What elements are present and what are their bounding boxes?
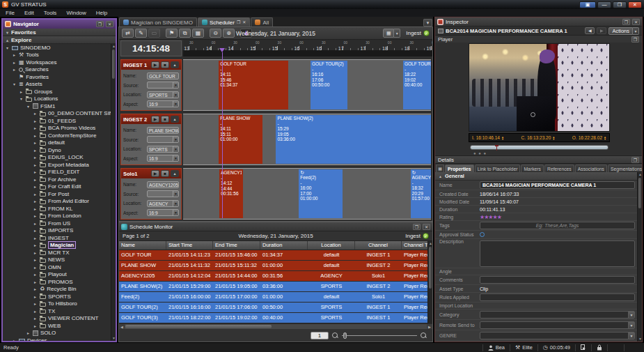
tree-item-assets[interactable]: ▾≣Assets bbox=[3, 81, 116, 89]
scroll-up-icon[interactable]: ▲ bbox=[638, 172, 642, 177]
tree-item-mcr-tx[interactable]: ▸MCR TX bbox=[3, 249, 116, 257]
expand-arrow-icon[interactable]: ▸ bbox=[33, 162, 38, 167]
navigator-section-explore[interactable]: ▴ Explore bbox=[3, 36, 116, 44]
tree-item-to-hillsboro[interactable]: ▸To Hillsboro bbox=[3, 300, 116, 308]
restore-button[interactable]: ❐ bbox=[613, 1, 627, 8]
navigator-section-favorites[interactable]: ▾ Favorites bbox=[3, 29, 116, 36]
tags-input[interactable]: Eg: These,Are,Tags bbox=[480, 222, 635, 229]
name-input[interactable]: PLANE SHOW bbox=[147, 127, 179, 134]
expand-arrow-icon[interactable]: ▸ bbox=[33, 199, 38, 204]
expand-arrow-icon[interactable]: ▸ bbox=[33, 206, 38, 211]
details-scrollbar[interactable]: ▲ ▼ bbox=[637, 172, 642, 342]
location-select[interactable]: SPORTS▼ bbox=[147, 146, 179, 153]
expand-arrow-icon[interactable]: ▾ bbox=[19, 96, 24, 101]
tree-item-locations[interactable]: ▾Locations bbox=[3, 95, 116, 103]
tree-item-singdemo[interactable]: ▾SINGDEMO bbox=[3, 44, 116, 52]
expand-arrow-icon[interactable]: ▸ bbox=[33, 272, 38, 277]
tree-item-00-demo-content-singapore[interactable]: ▸00_DEMO CONTENT SINGAPORE bbox=[3, 110, 116, 118]
name-input[interactable]: BCA2014 MAGICIAN PERFORMANCE CAMERA 1 bbox=[480, 181, 635, 189]
tree-item-viewer-content[interactable]: ▸VIEWER CONTENT bbox=[3, 315, 116, 323]
scroll-down-icon[interactable]: ▼ bbox=[111, 336, 116, 341]
table-row-golf-tour-3[interactable]: GOLF TOUR(3)21/01/15 18:22:0021/01/15 19… bbox=[119, 313, 432, 323]
stop-icon[interactable]: ■ bbox=[161, 61, 169, 68]
table-row-plane-show[interactable]: PLANE SHOW21/01/15 14:11:3221/01/15 15:1… bbox=[119, 261, 432, 271]
inspector-close-icon[interactable]: ✕ bbox=[632, 19, 640, 25]
expand-arrow-icon[interactable]: ▸ bbox=[33, 243, 38, 247]
status-lock[interactable] bbox=[591, 344, 607, 351]
tab-all[interactable]: All bbox=[251, 17, 273, 26]
tree-item-export-metadata[interactable]: ▸Export Metadata bbox=[3, 161, 116, 169]
slider-handle[interactable] bbox=[343, 332, 347, 339]
details-grid-icon[interactable]: ▦ bbox=[436, 164, 444, 172]
expand-arrow-icon[interactable]: ▸ bbox=[33, 250, 38, 255]
expand-arrow-icon[interactable]: ▸ bbox=[33, 133, 38, 138]
tree-item-groups[interactable]: ▸Groups bbox=[3, 88, 116, 95]
delete-event-icon[interactable]: ▭ bbox=[148, 29, 160, 38]
expand-arrow-icon[interactable]: ▸ bbox=[33, 177, 38, 182]
view-mode-button[interactable]: ▦ ▼ bbox=[383, 29, 400, 38]
table-horizontal-scrollbar[interactable]: ◀ ▶ bbox=[119, 323, 432, 329]
source-select[interactable]: ▼ bbox=[147, 82, 179, 89]
zoom-in-icon[interactable]: ⊕ bbox=[223, 29, 235, 38]
player-resize-grip[interactable]: ● ● ● bbox=[473, 151, 487, 155]
navigator-close-icon[interactable]: ✕ bbox=[106, 21, 113, 27]
expand-arrow-icon[interactable]: ▸ bbox=[33, 184, 38, 189]
column-header-start-time[interactable]: Start Time bbox=[166, 241, 213, 250]
tree-item-for-craft-edit[interactable]: ▸For Craft Edit bbox=[3, 183, 116, 191]
tree-item-from-london[interactable]: ▸From London bbox=[3, 213, 116, 220]
menu-help[interactable]: Help bbox=[96, 10, 107, 16]
location-select[interactable]: SPORTS▼ bbox=[147, 91, 179, 98]
comments-input[interactable] bbox=[480, 276, 635, 284]
location-select[interactable]: AGENCY▼ bbox=[147, 200, 179, 207]
expand-arrow-icon[interactable]: ▸ bbox=[33, 265, 38, 270]
schedule-block-golf-tour-3[interactable]: GOLF TOUR(3)-18:2219:0200:40:00 bbox=[403, 61, 431, 109]
details-tab-segmentations[interactable]: Segmentations bbox=[608, 164, 642, 172]
tree-item-from-kl[interactable]: ▸FROM KL bbox=[3, 205, 116, 213]
close-button[interactable]: ✕ bbox=[628, 1, 642, 8]
expand-arrow-icon[interactable]: ▾ bbox=[5, 45, 10, 50]
expand-arrow-icon[interactable]: ▸ bbox=[33, 148, 38, 153]
tree-item-news[interactable]: ▸NEWS bbox=[3, 257, 116, 264]
previous-asset-button[interactable]: ◀ bbox=[585, 27, 595, 34]
table-row-plane-show-2[interactable]: PLANE SHOW(2)21/01/15 15:29:0021/01/15 1… bbox=[119, 282, 432, 292]
table-vertical-scrollbar[interactable]: ▲ ▼ bbox=[427, 241, 432, 329]
details-tab-markers[interactable]: Markers bbox=[521, 164, 544, 172]
tree-item-imports[interactable]: ▸IMPORTS bbox=[3, 227, 116, 235]
expand-arrow-icon[interactable]: ▸ bbox=[33, 323, 38, 328]
rating-stars-icon[interactable]: ★★★★★ bbox=[480, 214, 501, 220]
scroll-up-icon[interactable]: ▲ bbox=[111, 44, 116, 49]
menu-window[interactable]: Window bbox=[66, 10, 86, 16]
expand-arrow-icon[interactable]: ▸ bbox=[33, 309, 38, 314]
menu-file[interactable]: File bbox=[6, 10, 15, 16]
tree-item-edius-lock[interactable]: ▸EDIUS_LOCK bbox=[3, 154, 116, 162]
record-icon[interactable]: ▶ bbox=[151, 116, 159, 123]
zoom-in-icon[interactable] bbox=[421, 332, 427, 339]
tree-item-01-feeds[interactable]: ▸01_FEEDS bbox=[3, 117, 116, 125]
expand-arrow-icon[interactable]: ▸ bbox=[12, 67, 17, 72]
expand-arrow-icon[interactable]: ▸ bbox=[33, 294, 38, 299]
expand-arrow-icon[interactable]: ▸ bbox=[33, 169, 38, 174]
expand-arrow-icon[interactable]: ▸ bbox=[12, 338, 17, 341]
zoom-out-icon[interactable]: ⊖ bbox=[210, 29, 221, 38]
inspector-restore-icon[interactable]: ❐ bbox=[622, 19, 630, 25]
general-section-header[interactable]: ▲ General bbox=[435, 172, 642, 181]
tree-item-field-edit[interactable]: ▸FIELD_EDIT bbox=[3, 169, 116, 176]
minimize-button[interactable]: — bbox=[597, 1, 611, 8]
expand-arrow-icon[interactable]: ▸ bbox=[33, 155, 38, 160]
player-video[interactable] bbox=[469, 43, 610, 132]
zoom-slider[interactable] bbox=[342, 332, 417, 339]
details-tab-references[interactable]: References bbox=[544, 164, 574, 172]
table-row-agency1205[interactable]: AGENCY120521/01/15 14:12:0421/01/15 14:4… bbox=[119, 271, 432, 282]
record-icon[interactable]: ▶ bbox=[151, 170, 159, 177]
tree-item-ingest[interactable]: ▸INGEST bbox=[3, 234, 116, 242]
menu-edit[interactable]: Edit bbox=[24, 10, 34, 16]
approval-status-icon[interactable] bbox=[480, 232, 485, 237]
new-schedule-icon[interactable]: ⇄ bbox=[122, 29, 134, 38]
page-input[interactable]: 1 bbox=[311, 332, 329, 339]
genre-select[interactable]: ▼ bbox=[480, 332, 635, 339]
expand-arrow-icon[interactable]: ▸ bbox=[26, 330, 31, 335]
tree-item-magician[interactable]: ▸Magician bbox=[3, 242, 116, 250]
expand-arrow-icon[interactable]: ▸ bbox=[33, 316, 38, 321]
scrubber-position-marker[interactable] bbox=[495, 145, 498, 151]
scroll-down-icon[interactable]: ▼ bbox=[638, 337, 642, 342]
